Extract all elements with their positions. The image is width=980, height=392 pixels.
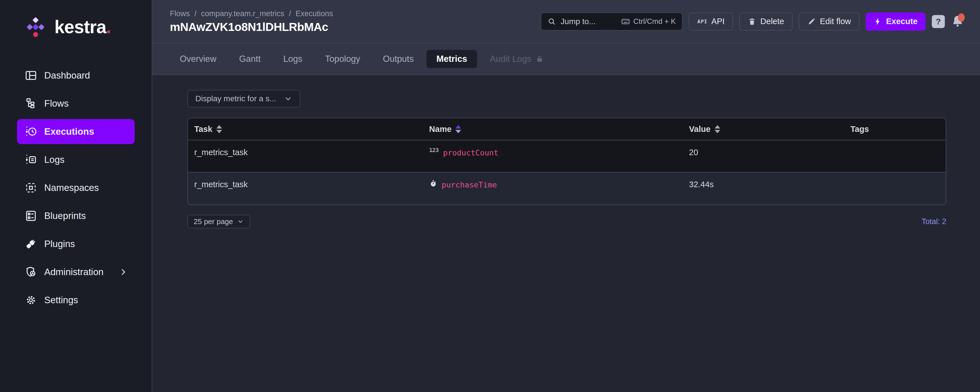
metrics-table: Task Name Value Tags r_metrics_task 123 …	[188, 118, 946, 205]
pencil-icon	[807, 17, 816, 26]
sort-toggle[interactable]	[455, 125, 461, 133]
sidebar-item-label: Plugins	[44, 239, 75, 249]
edit-flow-button[interactable]: Edit flow	[799, 13, 859, 30]
sidebar-item-settings[interactable]: Settings	[17, 288, 135, 312]
chevron-down-icon	[284, 94, 292, 103]
settings-icon	[24, 293, 37, 307]
sidebar-nav: Dashboard Flows Executions Logs Namespac…	[0, 63, 152, 312]
flows-icon	[24, 97, 37, 110]
sidebar-item-executions[interactable]: Executions	[17, 119, 135, 144]
column-header-value: Value	[683, 124, 844, 134]
cell-value: 20	[683, 140, 844, 172]
pagination-bar: 25 per page Total: 2	[188, 215, 946, 228]
tab-gantt[interactable]: Gantt	[229, 50, 270, 68]
plugins-icon	[24, 237, 37, 250]
sidebar-item-plugins[interactable]: Plugins	[17, 231, 135, 257]
sidebar-item-label: Logs	[44, 154, 65, 165]
api-icon: API	[697, 18, 708, 24]
sidebar-item-label: Flows	[44, 98, 68, 109]
breadcrumb-separator: /	[289, 10, 291, 18]
lock-icon	[535, 55, 544, 63]
cell-name: 123 productCount	[423, 140, 682, 172]
sidebar-item-label: Administration	[44, 267, 103, 277]
sidebar-item-label: Dashboard	[44, 70, 90, 81]
total-count: Total: 2	[921, 217, 946, 226]
metric-task-select[interactable]: Display metric for a s...	[188, 90, 300, 107]
column-label: Name	[429, 124, 452, 134]
sidebar-item-label: Namespaces	[44, 182, 99, 193]
cell-tags	[844, 140, 946, 172]
sidebar-item-label: Blueprints	[44, 210, 86, 221]
tab-metrics[interactable]: Metrics	[426, 50, 477, 68]
column-header-task: Task	[188, 124, 423, 134]
chevron-down-icon	[237, 218, 244, 225]
table-header-row: Task Name Value Tags	[188, 118, 946, 140]
sidebar-item-dashboard[interactable]: Dashboard	[17, 63, 135, 88]
tab-outputs[interactable]: Outputs	[373, 50, 424, 68]
cell-name: purchaseTime	[423, 172, 682, 204]
tab-label: Overview	[180, 54, 216, 64]
tab-topology[interactable]: Topology	[315, 50, 370, 68]
sidebar-item-label: Executions	[44, 126, 94, 137]
breadcrumb-separator: /	[194, 10, 197, 18]
column-header-tags: Tags	[844, 124, 946, 134]
keyboard-shortcut: Ctrl/Cmd + K	[621, 17, 676, 26]
delete-button[interactable]: Delete	[739, 13, 792, 30]
sidebar-item-label: Settings	[44, 295, 78, 306]
administration-icon	[24, 266, 37, 279]
sidebar-item-flows[interactable]: Flows	[17, 91, 135, 116]
per-page-select[interactable]: 25 per page	[188, 215, 250, 228]
help-button[interactable]: ?	[932, 15, 945, 28]
page-heading: Flows / company.team.r_metrics / Executi…	[170, 10, 333, 34]
column-label: Task	[194, 124, 212, 134]
blueprints-icon	[24, 209, 37, 222]
search-icon	[547, 17, 556, 26]
metric-name: purchaseTime	[442, 180, 497, 189]
dashboard-icon	[24, 69, 37, 82]
metrics-panel: Display metric for a s... Task Name Valu…	[152, 75, 980, 392]
execute-button[interactable]: Execute	[866, 13, 926, 30]
table-body: r_metrics_task 123 productCount 20 r_met…	[188, 140, 946, 204]
kestra-logo-icon	[24, 15, 47, 38]
chevron-right-icon	[118, 267, 128, 277]
breadcrumb-flows[interactable]: Flows	[170, 10, 190, 18]
tab-audit-logs: Audit Logs	[480, 50, 554, 68]
table-row: r_metrics_task purchaseTime 32.44s	[188, 172, 946, 204]
timer-type-icon	[429, 179, 438, 188]
logs-icon	[24, 153, 37, 166]
sort-toggle[interactable]	[216, 125, 222, 133]
breadcrumb-namespace-flow[interactable]: company.team.r_metrics	[201, 10, 285, 18]
keyboard-icon	[621, 17, 630, 26]
table-row: r_metrics_task 123 productCount 20	[188, 140, 946, 172]
breadcrumb: Flows / company.team.r_metrics / Executi…	[170, 10, 333, 18]
sidebar-item-blueprints[interactable]: Blueprints	[17, 203, 135, 228]
breadcrumb-executions[interactable]: Executions	[296, 10, 333, 18]
search-placeholder: Jump to...	[561, 17, 616, 26]
jump-to-search-input[interactable]: Jump to... Ctrl/Cmd + K	[541, 13, 682, 30]
sort-toggle[interactable]	[714, 125, 720, 133]
notifications-button[interactable]	[951, 14, 964, 29]
tab-bar: OverviewGanttLogsTopologyOutputsMetricsA…	[152, 43, 980, 75]
tab-overview[interactable]: Overview	[170, 50, 226, 68]
notification-dot	[958, 13, 965, 22]
api-button[interactable]: API API	[689, 13, 733, 30]
sidebar: kestra. Dashboard Flows Executions Logs …	[0, 0, 152, 392]
cell-value: 32.44s	[683, 172, 844, 204]
executions-icon	[24, 125, 37, 138]
sidebar-item-administration[interactable]: Administration	[17, 260, 135, 285]
sidebar-item-logs[interactable]: Logs	[17, 147, 135, 172]
metric-name: productCount	[443, 148, 498, 157]
trash-icon	[748, 17, 756, 26]
topbar: Flows / company.team.r_metrics / Executi…	[152, 0, 980, 43]
kestra-logo-text: kestra.	[54, 16, 111, 37]
column-label: Tags	[850, 124, 869, 134]
cell-task: r_metrics_task	[188, 140, 423, 172]
tab-label: Outputs	[383, 54, 414, 64]
tab-label: Gantt	[239, 54, 261, 64]
namespaces-icon	[24, 181, 37, 194]
cell-task: r_metrics_task	[188, 172, 423, 204]
kestra-logo[interactable]: kestra.	[0, 15, 152, 39]
sidebar-item-namespaces[interactable]: Namespaces	[17, 175, 135, 200]
tab-label: Topology	[325, 54, 360, 64]
tab-logs[interactable]: Logs	[274, 50, 312, 68]
